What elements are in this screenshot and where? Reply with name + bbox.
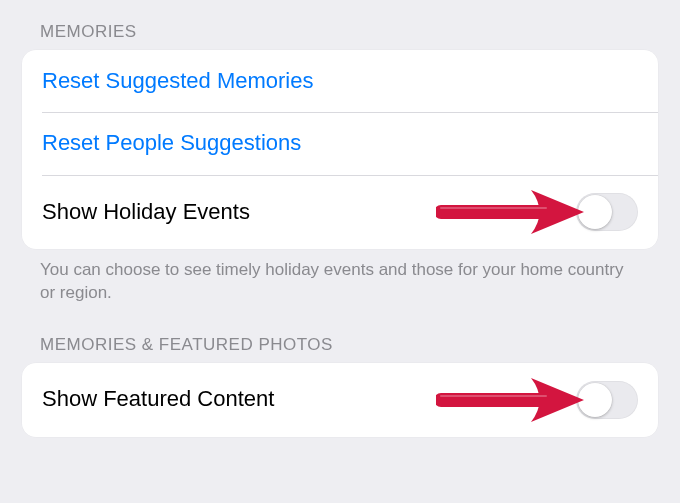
section-footer-memories: You can choose to see timely holiday eve… xyxy=(22,249,658,305)
reset-suggested-memories-label: Reset Suggested Memories xyxy=(42,68,313,94)
reset-people-suggestions-row[interactable]: Reset People Suggestions xyxy=(22,112,658,174)
settings-group-memories: Reset Suggested Memories Reset People Su… xyxy=(22,50,658,249)
show-featured-content-row: Show Featured Content xyxy=(22,363,658,437)
show-featured-content-toggle[interactable] xyxy=(576,381,638,419)
show-holiday-events-label: Show Holiday Events xyxy=(42,199,250,225)
reset-people-suggestions-label: Reset People Suggestions xyxy=(42,130,301,156)
annotation-arrow-icon xyxy=(436,370,586,430)
reset-suggested-memories-row[interactable]: Reset Suggested Memories xyxy=(22,50,658,112)
toggle-knob xyxy=(578,195,612,229)
section-header-memories: Memories xyxy=(22,0,658,50)
toggle-knob xyxy=(578,383,612,417)
annotation-arrow-icon xyxy=(436,182,586,242)
section-header-featured: Memories & Featured Photos xyxy=(22,305,658,363)
settings-group-featured: Show Featured Content xyxy=(22,363,658,437)
show-holiday-events-toggle[interactable] xyxy=(576,193,638,231)
show-holiday-events-row: Show Holiday Events xyxy=(22,175,658,249)
show-featured-content-label: Show Featured Content xyxy=(42,386,274,412)
